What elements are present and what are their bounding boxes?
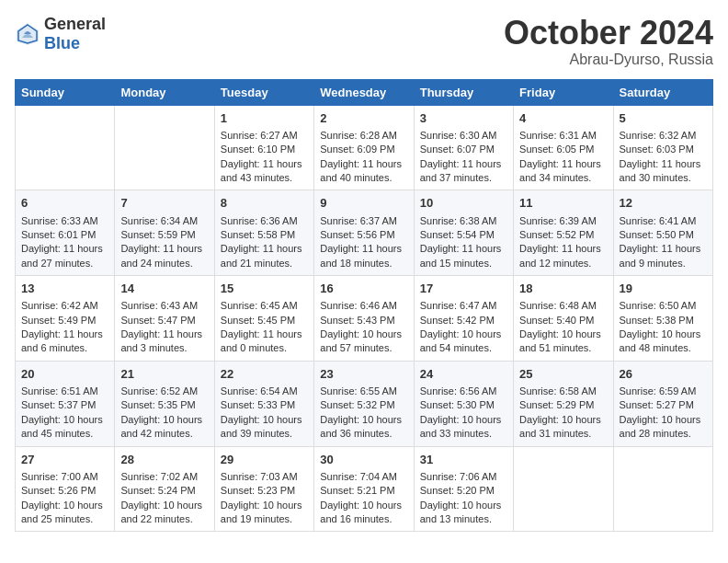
calendar-cell: 2Sunrise: 6:28 AMSunset: 6:09 PMDaylight… — [314, 105, 414, 190]
daylight-text: Daylight: 10 hours and 22 minutes. — [120, 499, 208, 527]
calendar-cell: 22Sunrise: 6:54 AMSunset: 5:33 PMDayligh… — [214, 361, 313, 446]
daylight-text: Daylight: 11 hours and 0 minutes. — [221, 327, 308, 356]
sunset-text: Sunset: 5:26 PM — [21, 484, 108, 498]
calendar-week-row: 20Sunrise: 6:51 AMSunset: 5:37 PMDayligh… — [16, 361, 713, 446]
weekday-header-row: SundayMondayTuesdayWednesdayThursdayFrid… — [16, 79, 713, 105]
weekday-header-wednesday: Wednesday — [314, 79, 414, 105]
day-number: 5 — [620, 110, 707, 127]
sunset-text: Sunset: 6:09 PM — [320, 143, 407, 156]
sunrise-text: Sunrise: 6:50 AM — [620, 299, 707, 313]
calendar-cell: 3Sunrise: 6:30 AMSunset: 6:07 PMDaylight… — [414, 105, 513, 190]
sunrise-text: Sunrise: 6:48 AM — [519, 299, 607, 313]
sunrise-text: Sunrise: 6:39 AM — [519, 214, 607, 228]
calendar-cell: 20Sunrise: 6:51 AMSunset: 5:37 PMDayligh… — [16, 361, 115, 446]
weekday-header-tuesday: Tuesday — [214, 79, 313, 105]
sunset-text: Sunset: 5:43 PM — [320, 314, 407, 327]
sunset-text: Sunset: 5:42 PM — [420, 314, 507, 327]
daylight-text: Daylight: 11 hours and 6 minutes. — [21, 327, 108, 356]
day-number: 16 — [320, 281, 407, 297]
day-number: 7 — [120, 195, 208, 212]
calendar-cell: 14Sunrise: 6:43 AMSunset: 5:47 PMDayligh… — [115, 276, 214, 362]
calendar-cell: 4Sunrise: 6:31 AMSunset: 6:05 PMDaylight… — [514, 105, 613, 190]
sunrise-text: Sunrise: 6:56 AM — [420, 385, 507, 398]
sunrise-text: Sunrise: 6:30 AM — [420, 129, 507, 143]
sunrise-text: Sunrise: 6:38 AM — [420, 214, 507, 228]
calendar-cell: 27Sunrise: 7:00 AMSunset: 5:26 PMDayligh… — [16, 446, 115, 532]
calendar-week-row: 6Sunrise: 6:33 AMSunset: 6:01 PMDaylight… — [16, 190, 713, 276]
sunset-text: Sunset: 5:32 PM — [320, 398, 407, 412]
calendar-cell: 12Sunrise: 6:41 AMSunset: 5:50 PMDayligh… — [613, 190, 712, 276]
calendar-cell — [115, 105, 214, 190]
sunrise-text: Sunrise: 6:51 AM — [21, 385, 108, 398]
weekday-header-friday: Friday — [514, 79, 613, 105]
day-number: 9 — [320, 195, 407, 212]
day-number: 25 — [519, 366, 607, 383]
day-number: 23 — [320, 366, 407, 383]
calendar-cell: 9Sunrise: 6:37 AMSunset: 5:56 PMDaylight… — [314, 190, 414, 276]
calendar-cell: 18Sunrise: 6:48 AMSunset: 5:40 PMDayligh… — [514, 276, 613, 362]
sunset-text: Sunset: 5:29 PM — [519, 398, 607, 412]
day-number: 24 — [420, 366, 507, 383]
day-number: 11 — [519, 195, 607, 212]
day-number: 17 — [420, 281, 507, 297]
sunrise-text: Sunrise: 7:02 AM — [120, 470, 208, 484]
day-number: 8 — [221, 195, 308, 212]
daylight-text: Daylight: 11 hours and 43 minutes. — [221, 157, 308, 186]
calendar-table: SundayMondayTuesdayWednesdayThursdayFrid… — [15, 79, 713, 533]
location-title: Abrau-Dyurso, Russia — [504, 52, 713, 68]
calendar-cell: 16Sunrise: 6:46 AMSunset: 5:43 PMDayligh… — [314, 276, 414, 362]
day-number: 22 — [221, 366, 308, 383]
calendar-cell: 24Sunrise: 6:56 AMSunset: 5:30 PMDayligh… — [414, 361, 513, 446]
sunset-text: Sunset: 5:30 PM — [420, 398, 507, 412]
title-area: October 2024 Abrau-Dyurso, Russia — [504, 15, 713, 68]
sunrise-text: Sunrise: 6:58 AM — [519, 385, 607, 398]
daylight-text: Daylight: 10 hours and 36 minutes. — [320, 413, 407, 442]
sunset-text: Sunset: 5:27 PM — [620, 398, 707, 412]
day-number: 31 — [420, 452, 507, 468]
sunset-text: Sunset: 5:40 PM — [519, 314, 607, 327]
daylight-text: Daylight: 11 hours and 30 minutes. — [620, 157, 707, 186]
calendar-cell: 30Sunrise: 7:04 AMSunset: 5:21 PMDayligh… — [314, 446, 414, 532]
daylight-text: Daylight: 11 hours and 37 minutes. — [420, 157, 507, 186]
sunrise-text: Sunrise: 7:04 AM — [320, 470, 407, 484]
sunset-text: Sunset: 5:50 PM — [620, 228, 707, 242]
daylight-text: Daylight: 10 hours and 54 minutes. — [420, 327, 507, 356]
daylight-text: Daylight: 10 hours and 28 minutes. — [620, 413, 707, 442]
calendar-cell — [16, 105, 115, 190]
logo: General Blue — [15, 15, 106, 53]
sunrise-text: Sunrise: 6:43 AM — [120, 299, 208, 313]
sunset-text: Sunset: 5:45 PM — [221, 314, 308, 327]
weekday-header-thursday: Thursday — [414, 79, 513, 105]
sunrise-text: Sunrise: 6:59 AM — [620, 385, 707, 398]
weekday-header-monday: Monday — [115, 79, 214, 105]
daylight-text: Daylight: 11 hours and 27 minutes. — [21, 242, 108, 270]
calendar-cell: 28Sunrise: 7:02 AMSunset: 5:24 PMDayligh… — [115, 446, 214, 532]
sunset-text: Sunset: 6:05 PM — [519, 143, 607, 156]
day-number: 20 — [21, 366, 108, 383]
daylight-text: Daylight: 10 hours and 16 minutes. — [320, 499, 407, 527]
daylight-text: Daylight: 11 hours and 15 minutes. — [420, 242, 507, 270]
page-header: General Blue October 2024 Abrau-Dyurso, … — [15, 15, 713, 68]
sunrise-text: Sunrise: 6:41 AM — [620, 214, 707, 228]
sunset-text: Sunset: 6:07 PM — [420, 143, 507, 156]
day-number: 18 — [519, 281, 607, 297]
sunset-text: Sunset: 5:35 PM — [120, 398, 208, 412]
day-number: 14 — [120, 281, 208, 297]
day-number: 26 — [620, 366, 707, 383]
calendar-cell: 26Sunrise: 6:59 AMSunset: 5:27 PMDayligh… — [613, 361, 712, 446]
daylight-text: Daylight: 10 hours and 45 minutes. — [21, 413, 108, 442]
day-number: 30 — [320, 452, 407, 468]
daylight-text: Daylight: 10 hours and 42 minutes. — [120, 413, 208, 442]
calendar-cell: 25Sunrise: 6:58 AMSunset: 5:29 PMDayligh… — [514, 361, 613, 446]
calendar-cell: 6Sunrise: 6:33 AMSunset: 6:01 PMDaylight… — [16, 190, 115, 276]
sunrise-text: Sunrise: 6:37 AM — [320, 214, 407, 228]
daylight-text: Daylight: 10 hours and 13 minutes. — [420, 499, 507, 527]
calendar-cell: 1Sunrise: 6:27 AMSunset: 6:10 PMDaylight… — [214, 105, 313, 190]
sunset-text: Sunset: 5:47 PM — [120, 314, 208, 327]
daylight-text: Daylight: 11 hours and 24 minutes. — [120, 242, 208, 270]
weekday-header-saturday: Saturday — [613, 79, 712, 105]
day-number: 27 — [21, 452, 108, 468]
sunrise-text: Sunrise: 6:36 AM — [221, 214, 308, 228]
sunset-text: Sunset: 5:49 PM — [21, 314, 108, 327]
sunrise-text: Sunrise: 6:32 AM — [620, 129, 707, 143]
